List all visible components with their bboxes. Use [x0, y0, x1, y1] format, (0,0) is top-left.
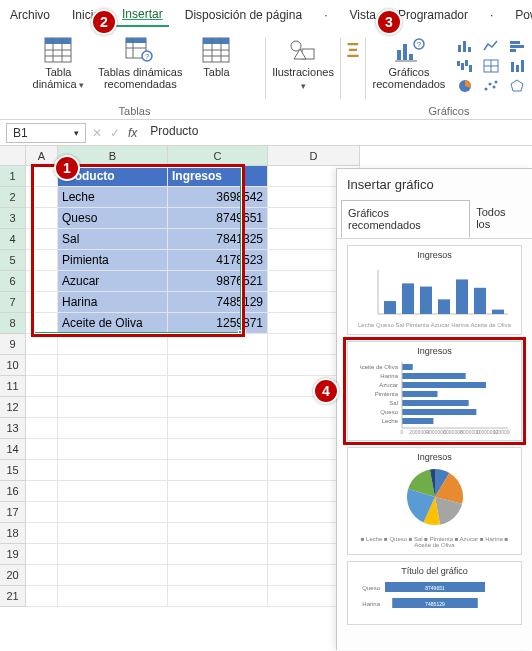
cell-C20[interactable]	[168, 565, 268, 586]
cell-A14[interactable]	[26, 439, 58, 460]
cell-C9[interactable]	[168, 334, 268, 355]
col-A[interactable]: A	[26, 146, 58, 166]
btn-table[interactable]: Tabla	[192, 34, 240, 80]
cell-C16[interactable]	[168, 481, 268, 502]
mini-pie-icon[interactable]	[456, 78, 474, 94]
cell-A10[interactable]	[26, 355, 58, 376]
cell-C21[interactable]	[168, 586, 268, 607]
btn-rec-charts[interactable]: ? Gráficos recomendados	[369, 34, 450, 92]
cell-A11[interactable]	[26, 376, 58, 397]
preview-column[interactable]: Ingresos LecheQuesoSalPimientaAzucarHari…	[347, 245, 522, 335]
mini-col-icon[interactable]	[456, 38, 474, 54]
row-1[interactable]: 1	[0, 166, 26, 187]
cell-B7[interactable]: Harina	[58, 292, 168, 313]
cell-A17[interactable]	[26, 502, 58, 523]
row-14[interactable]: 14	[0, 439, 26, 460]
cell-A15[interactable]	[26, 460, 58, 481]
menu-archivo[interactable]: Archivo	[4, 4, 56, 26]
cell-B19[interactable]	[58, 544, 168, 565]
cell-B5[interactable]: Pimienta	[58, 250, 168, 271]
btn-pivot-rec[interactable]: ? Tablas dinámicas recomendadas	[94, 34, 186, 92]
cell-A2[interactable]	[26, 187, 58, 208]
cell-A7[interactable]	[26, 292, 58, 313]
row-9[interactable]: 9	[0, 334, 26, 355]
cell-C3[interactable]: 8749651	[168, 208, 268, 229]
row-21[interactable]: 21	[0, 586, 26, 607]
accept-icon[interactable]: ✓	[110, 126, 120, 140]
cell-A5[interactable]	[26, 250, 58, 271]
cell-C14[interactable]	[168, 439, 268, 460]
mini-bar-icon[interactable]	[508, 38, 526, 54]
cell-A8[interactable]	[26, 313, 58, 334]
row-18[interactable]: 18	[0, 523, 26, 544]
cell-A9[interactable]	[26, 334, 58, 355]
mini-col2-icon[interactable]	[508, 58, 526, 74]
name-box[interactable]: B1 ▾	[6, 123, 86, 143]
row-5[interactable]: 5	[0, 250, 26, 271]
row-20[interactable]: 20	[0, 565, 26, 586]
cell-B2[interactable]: Leche	[58, 187, 168, 208]
cell-B16[interactable]	[58, 481, 168, 502]
cell-B4[interactable]: Sal	[58, 229, 168, 250]
menu-power[interactable]: Pow	[509, 4, 532, 26]
chart-previews[interactable]: Ingresos LecheQuesoSalPimientaAzucarHari…	[337, 239, 532, 650]
row-17[interactable]: 17	[0, 502, 26, 523]
row-12[interactable]: 12	[0, 397, 26, 418]
cell-C10[interactable]	[168, 355, 268, 376]
mini-wf-icon[interactable]	[456, 58, 474, 74]
cell-B15[interactable]	[58, 460, 168, 481]
row-3[interactable]: 3	[0, 208, 26, 229]
cell-A16[interactable]	[26, 481, 58, 502]
cell-C19[interactable]	[168, 544, 268, 565]
row-19[interactable]: 19	[0, 544, 26, 565]
preview-bar[interactable]: Ingresos Aceite de OlivaHarinaAzucarPimi…	[347, 341, 522, 441]
fx-icon[interactable]: fx	[128, 126, 137, 140]
cell-A20[interactable]	[26, 565, 58, 586]
mini-line-icon[interactable]	[482, 38, 500, 54]
cell-B21[interactable]	[58, 586, 168, 607]
cell-B17[interactable]	[58, 502, 168, 523]
row-2[interactable]: 2	[0, 187, 26, 208]
row-8[interactable]: 8	[0, 313, 26, 334]
mini-radar-icon[interactable]	[508, 78, 526, 94]
cells-area[interactable]: ProductoIngresosLeche3698542Queso8749651…	[26, 166, 360, 651]
cell-C15[interactable]	[168, 460, 268, 481]
cell-C2[interactable]: 3698542	[168, 187, 268, 208]
cell-C7[interactable]: 7485129	[168, 292, 268, 313]
row-7[interactable]: 7	[0, 292, 26, 313]
row-11[interactable]: 11	[0, 376, 26, 397]
menu-programador[interactable]: Programador	[392, 4, 474, 26]
cell-B14[interactable]	[58, 439, 168, 460]
cell-A12[interactable]	[26, 397, 58, 418]
cell-B9[interactable]	[58, 334, 168, 355]
btn-pivot-table[interactable]: Tabla dinámica	[29, 34, 89, 93]
cell-A3[interactable]	[26, 208, 58, 229]
cell-C18[interactable]	[168, 523, 268, 544]
cell-A18[interactable]	[26, 523, 58, 544]
cell-C11[interactable]	[168, 376, 268, 397]
cell-C8[interactable]: 1259871	[168, 313, 268, 334]
menu-insertar[interactable]: Insertar	[116, 3, 169, 27]
select-all-corner[interactable]	[0, 146, 26, 166]
cell-B20[interactable]	[58, 565, 168, 586]
row-16[interactable]: 16	[0, 481, 26, 502]
preview-pie[interactable]: Ingresos ■ Leche ■ Queso ■ Sal ■ Pimient…	[347, 447, 522, 555]
cell-A19[interactable]	[26, 544, 58, 565]
tab-recommended[interactable]: Gráficos recomendados	[341, 200, 470, 238]
cell-A21[interactable]	[26, 586, 58, 607]
cell-B12[interactable]	[58, 397, 168, 418]
cell-A13[interactable]	[26, 418, 58, 439]
cell-C1[interactable]: Ingresos	[168, 166, 268, 187]
cell-C17[interactable]	[168, 502, 268, 523]
row-6[interactable]: 6	[0, 271, 26, 292]
formula-input[interactable]: Producto	[143, 123, 526, 143]
cell-B10[interactable]	[58, 355, 168, 376]
mini-hier-icon[interactable]	[482, 58, 500, 74]
cell-C5[interactable]: 4178523	[168, 250, 268, 271]
cell-C13[interactable]	[168, 418, 268, 439]
cell-C4[interactable]: 7841325	[168, 229, 268, 250]
row-4[interactable]: 4	[0, 229, 26, 250]
cancel-icon[interactable]: ✕	[92, 126, 102, 140]
cell-B8[interactable]: Aceite de Oliva	[58, 313, 168, 334]
cell-A6[interactable]	[26, 271, 58, 292]
